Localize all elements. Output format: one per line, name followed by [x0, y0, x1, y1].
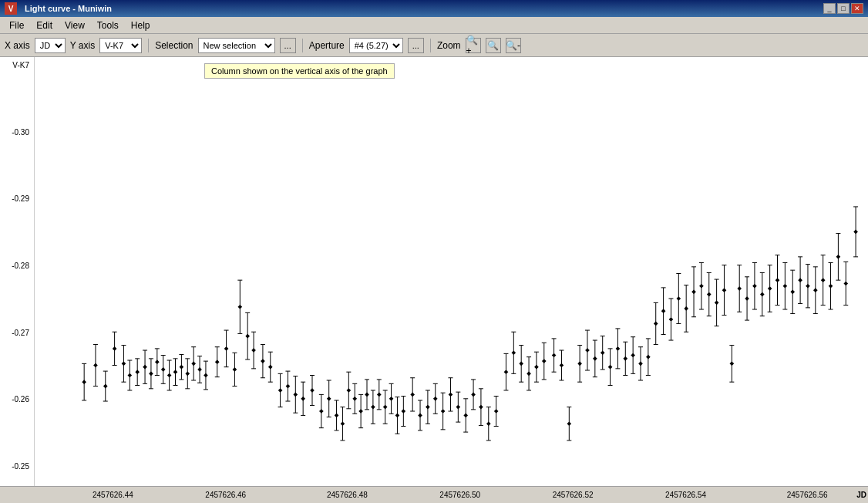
app-icon: V — [5, 2, 17, 15]
xaxis-label: X axis — [5, 40, 30, 51]
x-tick-3: 2457626.48 — [327, 491, 368, 499]
menu-file[interactable]: File — [3, 19, 30, 32]
selection-select[interactable]: New selection — [198, 38, 275, 53]
y-axis-label-3: -0.28 — [2, 262, 32, 270]
x-tick-6: 2457626.54 — [665, 491, 706, 499]
y-axis-label-1: -0.30 — [2, 128, 32, 137]
title-bar-left: V Light curve - Muniwin — [5, 2, 112, 15]
aperture-select[interactable]: #4 (5.27) — [349, 38, 403, 53]
close-button[interactable]: ✕ — [851, 3, 863, 14]
y-axis-label-6: -0.25 — [2, 462, 32, 471]
maximize-button[interactable]: □ — [837, 3, 849, 14]
y-axis-label-2: -0.29 — [2, 194, 32, 203]
x-tick-7: 2457626.56 — [787, 491, 828, 499]
chart-canvas — [35, 57, 868, 486]
xaxis-select[interactable]: JD — [35, 38, 66, 53]
y-axis: V-K7 -0.30 -0.29 -0.28 -0.27 -0.26 -0.25 — [0, 57, 35, 486]
menu-edit[interactable]: Edit — [30, 19, 59, 32]
y-axis-title: V-K7 — [2, 61, 32, 69]
separator-1 — [148, 39, 149, 52]
tooltip-text: Column shown on the vertical axis of the… — [211, 66, 388, 76]
zoom-in-button[interactable]: 🔍+ — [466, 38, 481, 53]
window-title: Light curve - Muniwin — [25, 4, 112, 13]
y-axis-label-4: -0.27 — [2, 329, 32, 337]
zoom-out-button[interactable]: 🔍- — [506, 38, 521, 53]
toolbar: X axis JD Y axis V-K7 Selection New sele… — [0, 34, 868, 57]
x-tick-1: 2457626.44 — [93, 491, 133, 499]
title-bar: V Light curve - Muniwin _ □ ✕ — [0, 0, 868, 17]
x-tick-5: 2457626.52 — [553, 491, 594, 499]
yaxis-label: Y axis — [70, 40, 95, 51]
aperture-ellipsis-button[interactable]: ... — [408, 38, 424, 53]
separator-2 — [302, 39, 303, 52]
x-tick-4: 2457626.50 — [439, 491, 480, 499]
title-bar-buttons: _ □ ✕ — [823, 3, 863, 14]
aperture-label: Aperture — [309, 40, 345, 51]
menu-view[interactable]: View — [59, 19, 91, 32]
tooltip: Column shown on the vertical axis of the… — [204, 63, 395, 79]
y-axis-label-5: -0.26 — [2, 395, 32, 403]
menu-bar: File Edit View Tools Help — [0, 17, 868, 34]
separator-3 — [430, 39, 431, 52]
x-axis: 2457626.44 2457626.46 2457626.48 2457626… — [0, 486, 868, 503]
selection-label: Selection — [155, 40, 193, 51]
minimize-button[interactable]: _ — [823, 3, 836, 14]
x-tick-2: 2457626.46 — [205, 491, 246, 499]
menu-tools[interactable]: Tools — [91, 19, 125, 32]
zoom-label: Zoom — [437, 40, 461, 51]
zoom-reset-button[interactable]: 🔍 — [486, 38, 501, 53]
menu-help[interactable]: Help — [125, 19, 156, 32]
selection-ellipsis-button[interactable]: ... — [280, 38, 296, 53]
yaxis-select[interactable]: V-K7 — [99, 38, 142, 53]
x-axis-unit: JD — [856, 491, 866, 499]
chart-area: Column shown on the vertical axis of the… — [35, 57, 868, 486]
